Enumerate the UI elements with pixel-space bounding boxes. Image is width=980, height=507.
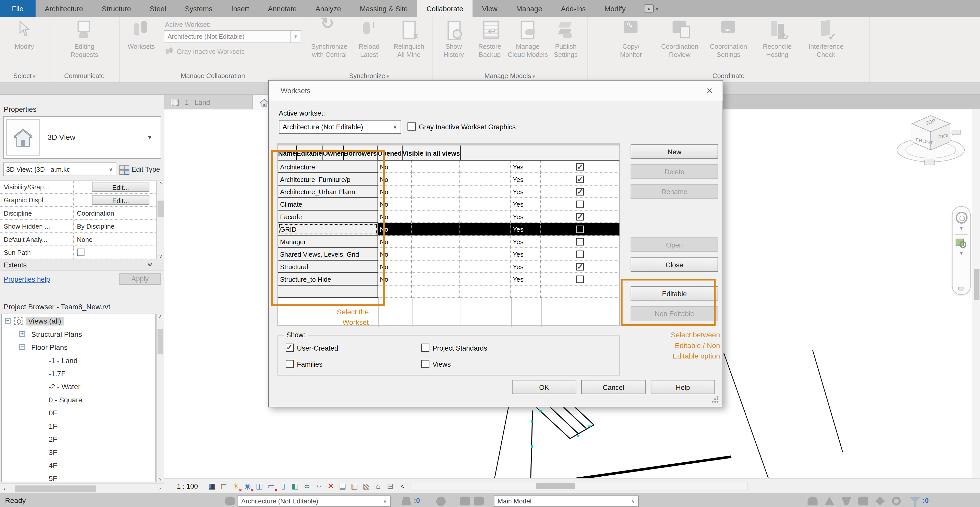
scroll-left-icon[interactable]: ‹	[0, 485, 9, 491]
ribbon-display-toggle[interactable]: ▲▾	[644, 0, 659, 17]
graphic-display-edit-button[interactable]: Edit...	[92, 195, 150, 205]
edit-in-place-icon[interactable]	[824, 497, 835, 505]
tree-item[interactable]: 4F	[2, 459, 155, 472]
tree-item[interactable]: Floor Plans	[2, 340, 155, 353]
ribbon-button[interactable]: Interference Check	[807, 19, 845, 59]
close-icon[interactable]: ✕	[703, 86, 716, 95]
caret-down-icon[interactable]: ▼	[959, 251, 963, 256]
select-pinned-icon[interactable]	[858, 497, 868, 505]
show-user-created[interactable]: User-Created	[286, 344, 338, 352]
ribbon-button[interactable]: Relinquish All Mine	[390, 19, 428, 59]
reveal-hidden-elements-icon[interactable]: ○	[313, 481, 324, 491]
displace-elements-icon[interactable]: ▥	[349, 481, 360, 491]
ribbon-button[interactable]: Reconcile Hosting	[758, 19, 797, 59]
view-cube[interactable]: FRONT RIGHT TOP	[894, 111, 968, 171]
dialog-title-bar[interactable]: Worksets ✕	[269, 81, 723, 100]
visible-in-all-views-checkbox[interactable]	[576, 250, 584, 258]
ribbon-tab[interactable]: Systems	[175, 0, 221, 17]
chevron-down-icon[interactable]: ∨	[628, 498, 638, 504]
dialog-button[interactable]: Close	[631, 257, 718, 272]
temporary-view-properties-icon[interactable]: ✕	[326, 481, 336, 491]
sun-path-icon[interactable]: ☀	[231, 481, 241, 491]
visible-in-all-views-checkbox[interactable]	[576, 275, 584, 283]
measure-lock-icon[interactable]: ⊟	[385, 481, 395, 491]
view-instance-combo[interactable]: 3D View: {3D - a.m.kc ∨	[3, 162, 116, 176]
worksharing-display-icon[interactable]: ▤	[337, 481, 348, 491]
annotation-crop-icon[interactable]: ▯	[278, 481, 289, 491]
checkbox[interactable]	[407, 122, 415, 130]
ribbon-tab[interactable]: Modify	[595, 0, 635, 17]
collapse-icon[interactable]: ∧∧	[147, 262, 152, 267]
filter-icon[interactable]	[910, 497, 920, 503]
canvas-horizontal-scrollbar[interactable]	[411, 482, 748, 490]
ribbon-tab[interactable]: Annotate	[259, 0, 306, 17]
chevron-down-icon[interactable]: ∨	[106, 166, 116, 172]
show-crop-region-icon[interactable]: ▭	[266, 481, 277, 491]
help-button[interactable]: Help	[651, 380, 715, 394]
show-families[interactable]: Families	[286, 360, 322, 368]
gray-inactive-checkbox[interactable]: Gray Inactive Workset Graphics	[407, 122, 515, 130]
ribbon-button[interactable]: Copy/ Monitor	[612, 19, 651, 59]
ribbon-button[interactable]: Coordination Review	[660, 19, 699, 59]
chevron-down-icon[interactable]: ∨	[380, 498, 390, 504]
ribbon-tab[interactable]: Steel	[140, 0, 176, 17]
visible-in-all-views-checkbox[interactable]	[576, 200, 584, 208]
ribbon-button[interactable]: Coordination Settings	[709, 19, 748, 59]
ribbon-button[interactable]: Restore Backup	[472, 19, 507, 59]
lock-view-icon[interactable]: ◧	[290, 481, 301, 491]
param-value[interactable]: None	[74, 235, 164, 243]
browser-horizontal-scrollbar[interactable]: ‹ ›	[0, 483, 164, 494]
apply-button[interactable]: Apply	[119, 273, 161, 285]
canvas-vertical-scrollbar[interactable]	[973, 109, 980, 478]
visible-in-all-views-checkbox[interactable]	[576, 238, 584, 245]
dialog-button[interactable]: Delete	[631, 164, 718, 179]
group-select[interactable]: Select	[0, 70, 49, 83]
browser-vertical-scrollbar[interactable]: ∧∨	[156, 313, 164, 482]
sun-path-checkbox[interactable]	[77, 249, 84, 256]
ok-button[interactable]: OK	[512, 380, 576, 394]
visible-in-all-views-checkbox[interactable]	[576, 175, 584, 183]
tree-item[interactable]: 5F	[2, 472, 155, 483]
select-by-face-icon[interactable]	[875, 497, 885, 505]
modify-button[interactable]: Modify	[5, 19, 44, 51]
tree-expander-icon[interactable]	[19, 344, 25, 350]
scroll-right-icon[interactable]: ›	[156, 485, 164, 491]
param-value[interactable]: Coordination	[74, 209, 164, 217]
ribbon-tab[interactable]: File	[0, 0, 35, 17]
visible-in-all-views-checkbox[interactable]	[576, 213, 584, 220]
ribbon-tab[interactable]: Add-Ins	[552, 0, 595, 17]
reveal-constraints-icon[interactable]: ▧	[361, 481, 372, 491]
link-status-icon[interactable]	[474, 497, 484, 505]
visible-in-all-views-checkbox[interactable]	[576, 225, 584, 233]
collapse-viewbar-icon[interactable]: <	[401, 482, 405, 490]
tree-item[interactable]: Views (all)	[2, 315, 155, 327]
tree-item[interactable]: 2F	[2, 432, 155, 445]
model-status-icon[interactable]	[460, 497, 470, 505]
ribbon-button[interactable]: Show History	[436, 19, 471, 59]
navbar-options-icon[interactable]	[958, 287, 964, 291]
group-communicate[interactable]: Communicate	[49, 70, 119, 83]
ribbon-button[interactable]: Publish Settings	[548, 19, 583, 59]
caret-down-icon[interactable]: ▼	[959, 226, 963, 230]
steering-wheel-icon[interactable]	[956, 212, 967, 224]
select-underlay-icon[interactable]	[842, 497, 851, 505]
worksets-button[interactable]: Worksets	[124, 19, 159, 51]
edit-type-button[interactable]: Edit Type	[119, 165, 161, 173]
cancel-button[interactable]: Cancel	[581, 380, 646, 394]
tree-item[interactable]: 0 - Square	[2, 393, 155, 406]
ribbon-tab[interactable]: Manage	[507, 0, 551, 17]
tree-item[interactable]: -1 - Land	[2, 354, 155, 367]
visible-in-all-views-checkbox[interactable]	[576, 263, 584, 270]
visible-in-all-views-checkbox[interactable]	[576, 163, 584, 170]
ribbon-tab[interactable]: Structure	[92, 0, 140, 17]
ribbon-tab[interactable]: Massing & Site	[350, 0, 417, 17]
analysis-display-icon[interactable]: ⌂	[373, 481, 384, 491]
gray-inactive-worksets-button[interactable]: Gray Inactive Worksets	[165, 48, 301, 55]
show-views[interactable]: Views	[421, 360, 450, 368]
editing-requests-status-icon[interactable]	[401, 497, 411, 505]
detail-level-icon[interactable]: ▦	[207, 481, 218, 491]
dialog-button[interactable]: Rename	[631, 184, 718, 199]
ribbon-button[interactable]: Manage Cloud Models	[508, 19, 547, 59]
view-scale[interactable]: 1 : 100	[177, 482, 198, 490]
resize-grip[interactable]	[711, 396, 719, 403]
